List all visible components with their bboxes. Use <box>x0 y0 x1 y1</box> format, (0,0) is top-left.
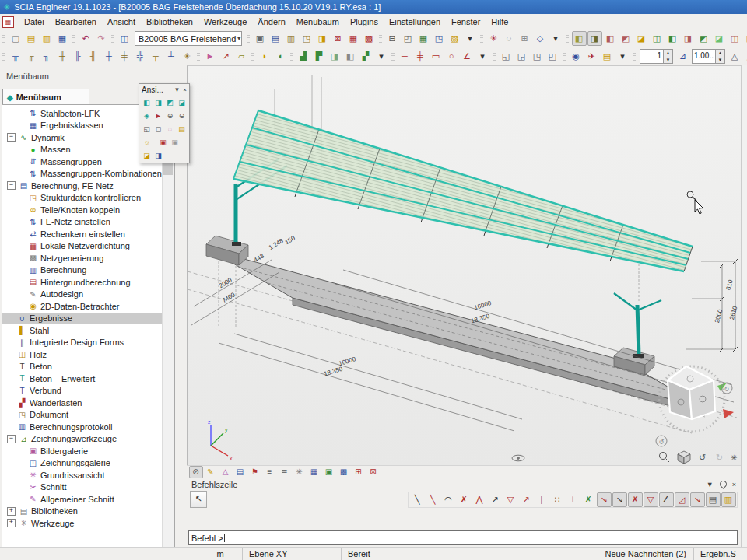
down-arrow-icon[interactable]: ▼ <box>664 57 672 64</box>
filter-icon[interactable]: ◩ <box>696 31 711 46</box>
up-arrow-icon[interactable]: ▲ <box>664 50 672 57</box>
polyline-icon[interactable]: ╪ <box>413 49 428 64</box>
toolbar-grip[interactable] <box>493 51 496 62</box>
node-icon[interactable]: ┼ <box>102 49 117 64</box>
snap-grid-icon[interactable]: ∷ <box>550 492 565 507</box>
zoom-all-icon[interactable]: ◻ <box>153 124 164 135</box>
layers-icon[interactable]: ▤ <box>268 31 283 46</box>
member-icon[interactable]: ╪ <box>117 49 132 64</box>
undo-icon[interactable]: ↶ <box>79 31 93 46</box>
scale-icon[interactable]: ⊿ <box>675 49 690 64</box>
collapse-icon[interactable]: − <box>7 435 16 443</box>
filter-icon[interactable]: ◫ <box>650 31 665 46</box>
report-icon[interactable]: ▨ <box>447 31 462 46</box>
tree-item-allgemeiner-schnitt[interactable]: ✎Allgemeiner Schnitt <box>2 493 163 506</box>
new-document-icon[interactable]: ▢ <box>9 31 23 46</box>
tree-item-verbund[interactable]: TVerbund <box>2 385 163 397</box>
status-results-cell[interactable]: Ergebn.S <box>693 548 747 560</box>
cleaner-icon[interactable]: ⊠ <box>331 31 345 46</box>
down-arrow-icon[interactable]: ▼ <box>716 57 724 64</box>
snap-tri-icon[interactable]: ▽ <box>644 492 658 507</box>
copy-icon[interactable]: ◱ <box>499 49 514 64</box>
snap-cursor-icon[interactable]: | <box>535 492 549 507</box>
status-plane[interactable]: Ebene XY <box>243 548 342 560</box>
command-input[interactable]: Befehl > <box>188 530 738 545</box>
expand-icon[interactable]: + <box>7 507 16 516</box>
menu-hilfe[interactable]: Hilfe <box>486 14 514 30</box>
paste-icon[interactable]: ◲ <box>514 49 529 64</box>
menu-datei[interactable]: Datei <box>19 14 50 30</box>
tree-item-hintergrundberechnung[interactable]: ▤Hintergrundberechnung <box>2 276 163 289</box>
snap-midpoint-icon[interactable]: ⋀ <box>472 492 487 507</box>
filter-icon[interactable]: ◧ <box>572 31 587 46</box>
toolbar-grip[interactable] <box>290 51 293 62</box>
labels-icon[interactable]: ⚑ <box>248 466 262 478</box>
member-icon[interactable]: ╟ <box>71 49 86 64</box>
toolbar-grip[interactable] <box>566 33 569 44</box>
toolbar-grip[interactable] <box>2 33 5 44</box>
view-y-icon[interactable]: ◨ <box>153 98 164 109</box>
rotate-left-icon[interactable]: ↺ <box>699 453 706 462</box>
filter-icon[interactable]: ◨ <box>681 31 696 46</box>
more-icon[interactable]: ▾ <box>475 49 490 64</box>
pin-icon[interactable] <box>718 479 728 489</box>
model-canvas[interactable]: 1600018.3501600018.350610200026102000740… <box>188 69 742 466</box>
document-window-icon[interactable]: ▦ <box>2 16 14 28</box>
up-arrow-icon[interactable]: ▲ <box>716 50 724 57</box>
tree-item-berechnung-fe-netz[interactable]: −▤Berechnung, FE-Netz <box>2 180 163 192</box>
zoom-out-icon[interactable]: ⊖ <box>177 111 188 122</box>
toolbar-grip[interactable] <box>2 51 5 62</box>
line-icon[interactable]: ─ <box>398 49 412 64</box>
more-icon[interactable]: ▾ <box>615 49 630 64</box>
tree-item-fe-netz-einstellen[interactable]: ⇅FE-Netz einstellen <box>2 216 163 229</box>
light-icon[interactable]: ☼ <box>142 138 153 149</box>
snap-calc-icon[interactable]: ▥ <box>721 492 736 507</box>
save-all-icon[interactable]: ▦ <box>55 31 70 46</box>
more-icon[interactable]: ▾ <box>374 49 389 64</box>
snap-table-icon[interactable]: ▤ <box>706 492 721 507</box>
circle-icon[interactable]: ○ <box>444 49 459 64</box>
hinge-icon[interactable]: ✳ <box>180 49 195 64</box>
eye-icon[interactable] <box>512 455 524 461</box>
zoom-in-icon[interactable]: ⊕ <box>165 111 176 122</box>
menu-bibliotheken[interactable]: Bibliotheken <box>141 14 198 30</box>
tree-item-beton[interactable]: TBeton <box>2 361 163 373</box>
snap-edge-icon[interactable]: ↘ <box>597 492 612 507</box>
document-icon[interactable]: ◳ <box>432 31 447 46</box>
tree-item-teile-knoten-koppeln[interactable]: ∞Teile/Knoten koppeln <box>2 204 163 216</box>
mirror-icon[interactable]: ▱ <box>234 49 249 64</box>
toolbar-grip[interactable] <box>563 51 566 62</box>
modify-icon[interactable]: ▛ <box>312 49 327 64</box>
tree-item-ergebnisse[interactable]: ∪Ergebnisse <box>2 313 163 325</box>
snap-cross-icon[interactable]: ✗ <box>581 492 596 507</box>
node-labels-icon[interactable]: ≣ <box>278 466 292 478</box>
tree-scrollbar[interactable]: ▼ <box>162 105 174 560</box>
tree-item-lokale-netzverdichtung[interactable]: ▦Lokale Netzverdichtung <box>2 240 163 253</box>
print-preview-icon[interactable]: ◰ <box>401 31 416 46</box>
toolbar-grip[interactable] <box>251 51 254 62</box>
filter-icon[interactable]: ◧ <box>665 31 680 46</box>
move-icon[interactable]: ► <box>203 49 218 64</box>
zoom-selection-icon[interactable]: ◌ <box>165 124 176 135</box>
tree-item-bibliotheken[interactable]: +▤Bibliotheken <box>2 506 163 518</box>
tree-item-berechnung[interactable]: ▥Berechnung <box>2 264 163 277</box>
tree-item-berechnungsprotokoll[interactable]: ▥Berechnungsprotokoll <box>2 421 163 433</box>
beam-icon[interactable]: ╖ <box>40 49 54 64</box>
close-icon[interactable]: × <box>732 481 736 488</box>
toolbar-grip[interactable] <box>111 33 114 44</box>
menu-plugins[interactable]: Plugins <box>345 14 384 30</box>
printer-icon[interactable]: ⊟ <box>385 31 400 46</box>
view-z-icon[interactable]: ◩ <box>165 98 176 109</box>
filter-icon[interactable]: ◧ <box>603 31 618 46</box>
tree-item-zeichnungswerkzeuge[interactable]: −⊿Zeichnungswerkzeuge <box>2 433 163 446</box>
tree-item-massengruppen-kombinationen[interactable]: ⇅Massengruppen-Kombinationen <box>2 168 163 180</box>
status-messages-button[interactable]: Neue Nachrichten (2) <box>598 548 693 560</box>
toolbar-grip[interactable] <box>247 33 250 44</box>
select-cursor-button[interactable]: ↖ <box>190 491 207 508</box>
load-display-icon[interactable]: ✳ <box>293 466 307 478</box>
chevron-down-icon[interactable]: ▼ <box>707 481 714 488</box>
tab-menubaum[interactable]: ◆ Menübaum <box>2 89 89 105</box>
filter-icon[interactable]: ◪ <box>712 31 727 46</box>
modify-icon[interactable]: ▟ <box>296 49 311 64</box>
more2-icon[interactable]: ▾ <box>549 31 563 46</box>
